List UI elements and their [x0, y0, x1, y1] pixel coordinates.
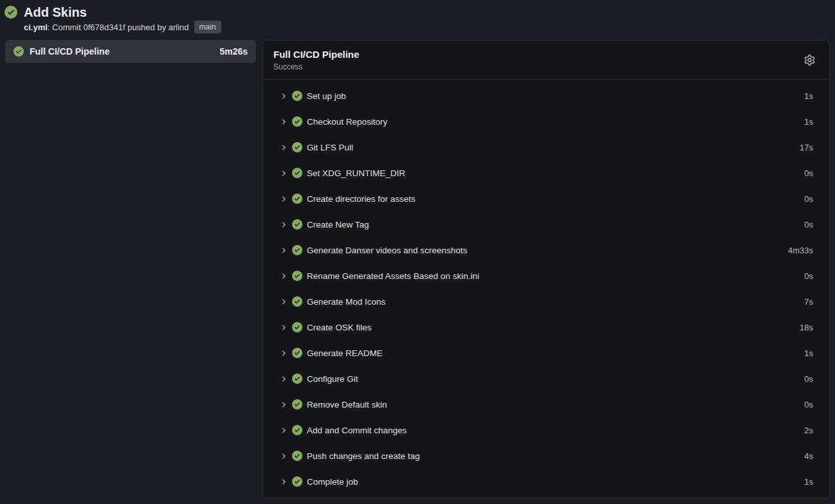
- step-name: Generate Danser videos and screenshots: [307, 246, 788, 255]
- step-name: Set XDG_RUNTIME_DIR: [307, 168, 804, 178]
- step-name: Generate Mod Icons: [307, 297, 804, 307]
- run-title: Add Skins: [24, 4, 221, 20]
- step-success-check-circle-icon: [292, 91, 302, 101]
- chevron-right-icon: [279, 246, 288, 255]
- job-card[interactable]: Full CI/CD Pipeline 5m26s: [5, 40, 256, 63]
- step-duration: 4s: [804, 451, 813, 461]
- step-success-check-circle-icon: [292, 245, 302, 255]
- step-success-check-circle-icon: [292, 322, 302, 332]
- chevron-right-icon: [279, 272, 288, 280]
- step-row[interactable]: Create New Tag 0s: [263, 212, 829, 237]
- run-success-check-circle-icon: [5, 6, 17, 21]
- step-row[interactable]: Generate README 1s: [263, 340, 829, 366]
- step-duration: 0s: [804, 194, 813, 204]
- job-name: Full CI/CD Pipeline: [30, 46, 214, 57]
- chevron-right-icon: [279, 92, 288, 100]
- step-name: Create New Tag: [307, 220, 804, 230]
- chevron-right-icon: [279, 195, 288, 203]
- job-panel-title: Full CI/CD Pipeline: [273, 48, 359, 60]
- step-name: Checkout Repository: [307, 117, 804, 127]
- run-body: Full CI/CD Pipeline 5m26s Full CI/CD Pip…: [0, 37, 835, 498]
- step-name: Rename Generated Assets Based on skin.in…: [307, 271, 804, 281]
- job-duration: 5m26s: [219, 46, 248, 57]
- step-duration: 0s: [804, 220, 813, 230]
- step-success-check-circle-icon: [292, 399, 302, 410]
- chevron-right-icon: [279, 426, 288, 435]
- step-row[interactable]: Add and Commit changes 2s: [263, 417, 829, 443]
- step-name: Add and Commit changes: [307, 426, 804, 435]
- run-subtitle: ci.yml: Commit 0f678d341f pushed by arli…: [24, 21, 221, 33]
- commit-summary: : Commit 0f678d341f pushed by arlind: [48, 22, 189, 33]
- step-row[interactable]: Git LFS Pull 17s: [263, 134, 829, 160]
- step-name: Create OSK files: [307, 323, 800, 332]
- chevron-right-icon: [279, 143, 288, 152]
- step-row[interactable]: Push changes and create tag 4s: [263, 443, 829, 469]
- step-duration: 17s: [800, 143, 813, 152]
- run-header-text: Add Skins ci.yml: Commit 0f678d341f push…: [24, 4, 221, 33]
- step-name: Push changes and create tag: [307, 451, 804, 461]
- step-duration: 1s: [804, 117, 813, 127]
- step-success-check-circle-icon: [292, 194, 302, 204]
- chevron-right-icon: [279, 323, 288, 332]
- job-panel-status: Success: [273, 62, 359, 72]
- step-success-check-circle-icon: [292, 476, 302, 487]
- steps-list: Set up job 1s Checkout Repository 1s Git…: [263, 80, 829, 497]
- step-name: Configure Git: [307, 374, 804, 384]
- chevron-right-icon: [279, 401, 288, 409]
- step-duration: 1s: [804, 91, 813, 101]
- job-panel-header: Full CI/CD Pipeline Success: [263, 40, 829, 80]
- step-row[interactable]: Create OSK files 18s: [263, 314, 829, 340]
- step-name: Git LFS Pull: [307, 143, 800, 152]
- step-row[interactable]: Checkout Repository 1s: [263, 109, 829, 134]
- job-detail-panel: Full CI/CD Pipeline Success Set up job 1…: [262, 40, 830, 498]
- step-success-check-circle-icon: [292, 142, 302, 152]
- chevron-right-icon: [279, 452, 288, 460]
- step-row[interactable]: Rename Generated Assets Based on skin.in…: [263, 263, 829, 289]
- workflow-file-name: ci.yml: [24, 22, 48, 33]
- step-row[interactable]: Set up job 1s: [263, 83, 829, 109]
- step-name: Set up job: [307, 91, 804, 101]
- step-name: Create directories for assets: [307, 194, 804, 204]
- gear-icon[interactable]: [802, 52, 818, 68]
- step-row[interactable]: Set XDG_RUNTIME_DIR 0s: [263, 160, 829, 186]
- step-duration: 7s: [804, 297, 813, 307]
- step-duration: 2s: [804, 426, 813, 435]
- step-row[interactable]: Configure Git 0s: [263, 366, 829, 392]
- step-row[interactable]: Remove Default skin 0s: [263, 392, 829, 417]
- step-row[interactable]: Generate Mod Icons 7s: [263, 289, 829, 314]
- actions-run-page: Add Skins ci.yml: Commit 0f678d341f push…: [0, 0, 835, 498]
- step-row[interactable]: Generate Danser videos and screenshots 4…: [263, 237, 829, 263]
- run-header: Add Skins ci.yml: Commit 0f678d341f push…: [0, 0, 835, 37]
- step-name: Remove Default skin: [307, 400, 804, 410]
- step-name: Generate README: [307, 348, 804, 358]
- step-success-check-circle-icon: [292, 296, 302, 307]
- job-success-check-circle-icon: [14, 46, 24, 57]
- step-duration: 4m33s: [788, 246, 813, 255]
- step-success-check-circle-icon: [292, 374, 302, 384]
- step-duration: 0s: [804, 168, 813, 178]
- step-row[interactable]: Complete job 1s: [263, 469, 829, 494]
- step-duration: 1s: [804, 348, 813, 358]
- branch-badge[interactable]: main: [194, 21, 221, 33]
- step-success-check-circle-icon: [292, 116, 302, 127]
- chevron-right-icon: [279, 375, 288, 383]
- step-name: Complete job: [307, 477, 804, 487]
- step-success-check-circle-icon: [292, 348, 302, 358]
- jobs-sidebar: Full CI/CD Pipeline 5m26s: [5, 40, 256, 63]
- chevron-right-icon: [279, 221, 288, 229]
- step-duration: 0s: [804, 400, 813, 410]
- chevron-right-icon: [279, 478, 288, 486]
- step-success-check-circle-icon: [292, 219, 302, 230]
- step-success-check-circle-icon: [292, 271, 302, 281]
- step-duration: 1s: [804, 477, 813, 487]
- step-success-check-circle-icon: [292, 451, 302, 461]
- step-row[interactable]: Create directories for assets 0s: [263, 186, 829, 212]
- chevron-right-icon: [279, 349, 288, 357]
- chevron-right-icon: [279, 298, 288, 306]
- step-duration: 0s: [804, 374, 813, 384]
- chevron-right-icon: [279, 118, 288, 126]
- step-success-check-circle-icon: [292, 168, 302, 178]
- step-duration: 18s: [800, 323, 813, 332]
- step-duration: 0s: [804, 271, 813, 281]
- job-panel-header-text: Full CI/CD Pipeline Success: [273, 48, 359, 72]
